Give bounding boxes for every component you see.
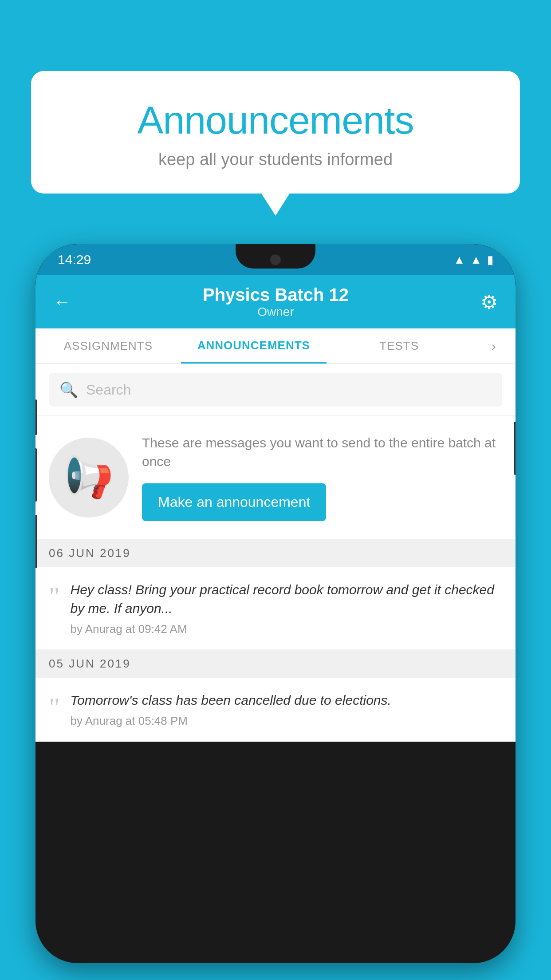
tab-assignments[interactable]: ASSIGNMENTS xyxy=(35,328,181,364)
tab-announcements[interactable]: ANNOUNCEMENTS xyxy=(181,328,327,364)
bubble-title: Announcements xyxy=(58,98,493,143)
header-subtitle: Owner xyxy=(203,305,349,319)
search-bar: 🔍 Search xyxy=(35,364,516,416)
silent-button xyxy=(35,515,37,568)
announcement-content-1: Hey class! Bring your practical record b… xyxy=(71,581,503,636)
promo-right: These are messages you want to send to t… xyxy=(142,434,502,521)
phone-inner: 14:29 ▲ ▲ ▮ ← Physics Batch 12 Owner ⚙ xyxy=(35,244,516,963)
bubble-subtitle: keep all your students informed xyxy=(58,150,493,169)
announcement-content-2: Tomorrow's class has been cancelled due … xyxy=(71,691,503,728)
volume-up-button xyxy=(35,399,37,435)
speech-bubble: Announcements keep all your students inf… xyxy=(31,71,520,194)
header-title: Physics Batch 12 xyxy=(203,285,349,305)
status-time: 14:29 xyxy=(58,252,91,267)
promo-block: 📢 These are messages you want to send to… xyxy=(35,416,516,539)
announcement-meta-1: by Anurag at 09:42 AM xyxy=(71,622,503,636)
phone-wrapper: 14:29 ▲ ▲ ▮ ← Physics Batch 12 Owner ⚙ xyxy=(35,244,516,980)
header-center: Physics Batch 12 Owner xyxy=(203,285,349,319)
back-button[interactable]: ← xyxy=(53,292,71,312)
search-input[interactable]: Search xyxy=(86,382,131,398)
battery-icon: ▮ xyxy=(487,253,493,267)
announcement-item-1[interactable]: " Hey class! Bring your practical record… xyxy=(35,567,516,650)
announcement-text-1: Hey class! Bring your practical record b… xyxy=(71,581,503,618)
date-divider-2: 05 JUN 2019 xyxy=(35,650,516,678)
tab-bar: ASSIGNMENTS ANNOUNCEMENTS TESTS › xyxy=(35,328,516,364)
promo-description: These are messages you want to send to t… xyxy=(142,434,502,471)
quote-icon-2: " xyxy=(49,694,60,720)
app-header: ← Physics Batch 12 Owner ⚙ xyxy=(35,275,516,328)
date-divider-1: 06 JUN 2019 xyxy=(35,539,516,567)
settings-icon[interactable]: ⚙ xyxy=(480,291,498,313)
signal-icon: ▲ xyxy=(470,253,482,267)
make-announcement-button[interactable]: Make an announcement xyxy=(142,483,326,521)
announcement-meta-2: by Anurag at 05:48 PM xyxy=(71,714,503,728)
phone-notch xyxy=(236,244,315,269)
status-icons: ▲ ▲ ▮ xyxy=(454,253,493,267)
megaphone-icon: 📢 xyxy=(64,454,114,501)
search-icon: 🔍 xyxy=(59,381,78,399)
wifi-icon: ▲ xyxy=(454,253,465,267)
volume-down-button xyxy=(35,448,37,502)
announcement-text-2: Tomorrow's class has been cancelled due … xyxy=(71,691,503,710)
quote-icon-1: " xyxy=(49,583,60,610)
power-button xyxy=(514,422,516,475)
content-area: 🔍 Search 📢 These are messages you want t… xyxy=(35,364,516,742)
phone-device: 14:29 ▲ ▲ ▮ ← Physics Batch 12 Owner ⚙ xyxy=(35,244,516,963)
tab-more[interactable]: › xyxy=(472,328,516,364)
camera xyxy=(270,254,281,265)
search-input-wrapper[interactable]: 🔍 Search xyxy=(49,373,502,407)
megaphone-circle: 📢 xyxy=(49,438,129,518)
tab-tests[interactable]: TESTS xyxy=(327,328,472,364)
speech-bubble-container: Announcements keep all your students inf… xyxy=(31,71,520,194)
announcement-item-2[interactable]: " Tomorrow's class has been cancelled du… xyxy=(35,678,516,742)
